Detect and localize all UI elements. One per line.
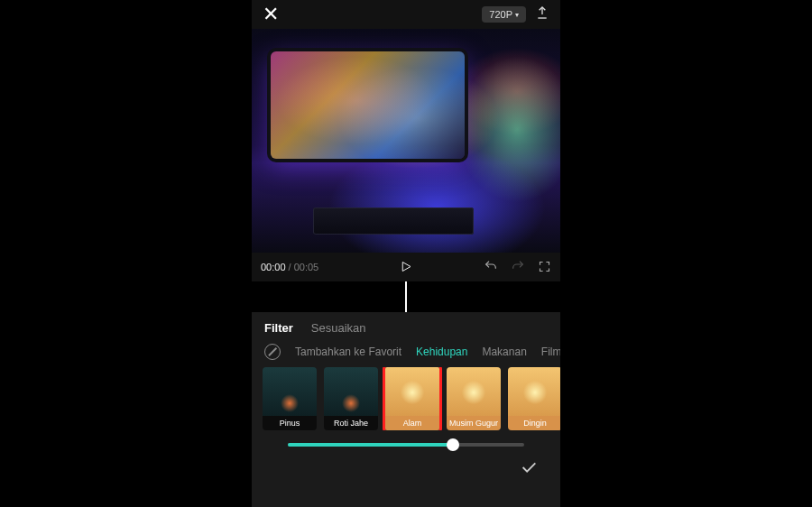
filter-thumb-dingin[interactable]: Dingin <box>508 367 560 430</box>
tab-filter[interactable]: Filter <box>264 321 293 335</box>
playback-bar: 00:00 / 00:05 <box>252 253 560 281</box>
filter-thumbnails: Pinus Roti Jahe Alam Musim Gugur Dingin <box>252 367 560 430</box>
filter-thumb-alam[interactable]: Alam <box>385 367 439 430</box>
video-preview[interactable] <box>252 29 560 253</box>
play-icon[interactable] <box>400 260 413 275</box>
thumb-image <box>385 367 439 416</box>
thumb-label: Alam <box>385 416 439 430</box>
thumb-image <box>447 367 501 416</box>
undo-icon[interactable] <box>484 259 498 275</box>
category-row: Tambahkan ke Favorit Kehidupan Makanan F… <box>252 340 560 367</box>
category-item[interactable]: Makanan <box>482 346 526 358</box>
panel-tabs: Filter Sesuaikan <box>252 312 560 340</box>
thumb-label: Musim Gugur <box>447 416 501 430</box>
intensity-slider[interactable] <box>288 443 524 447</box>
time-display: 00:00 / 00:05 <box>261 262 318 272</box>
redo-icon[interactable] <box>511 259 525 275</box>
category-item[interactable]: Kehidupan <box>416 346 467 358</box>
thumb-image <box>324 367 378 416</box>
thumb-image <box>508 367 560 416</box>
category-item[interactable]: Film <box>541 346 560 358</box>
filter-thumb-musim-gugur[interactable]: Musim Gugur <box>447 367 501 430</box>
filter-thumb-pinus[interactable]: Pinus <box>263 367 317 430</box>
thumb-image <box>263 367 317 416</box>
resolution-label: 720P <box>489 9 512 20</box>
confirm-row <box>252 447 560 481</box>
slider-fill <box>288 443 453 447</box>
fullscreen-icon[interactable] <box>538 260 551 275</box>
playhead[interactable] <box>405 281 407 314</box>
close-icon[interactable]: ✕ <box>263 3 279 26</box>
top-bar-right: 720P <box>482 5 549 23</box>
intensity-slider-row <box>252 430 560 447</box>
thumb-label: Pinus <box>263 416 317 430</box>
thumb-label: Dingin <box>508 416 560 430</box>
add-favorite[interactable]: Tambahkan ke Favorit <box>295 346 401 358</box>
preview-image <box>252 29 560 253</box>
time-sep: / <box>286 262 294 272</box>
confirm-icon[interactable] <box>519 457 539 481</box>
playback-right-controls <box>484 259 551 275</box>
time-duration: 00:05 <box>294 262 319 272</box>
filter-panel: Filter Sesuaikan Tambahkan ke Favorit Ke… <box>252 312 560 507</box>
top-bar: ✕ 720P <box>252 0 560 29</box>
filter-thumb-roti-jahe[interactable]: Roti Jahe <box>324 367 378 430</box>
no-filter-icon[interactable] <box>264 344 281 360</box>
resolution-dropdown[interactable]: 720P <box>482 6 526 23</box>
slider-knob[interactable] <box>447 438 459 451</box>
time-current: 00:00 <box>261 262 286 272</box>
thumb-label: Roti Jahe <box>324 416 378 430</box>
export-icon[interactable] <box>535 5 549 23</box>
tab-adjust[interactable]: Sesuaikan <box>311 321 366 335</box>
